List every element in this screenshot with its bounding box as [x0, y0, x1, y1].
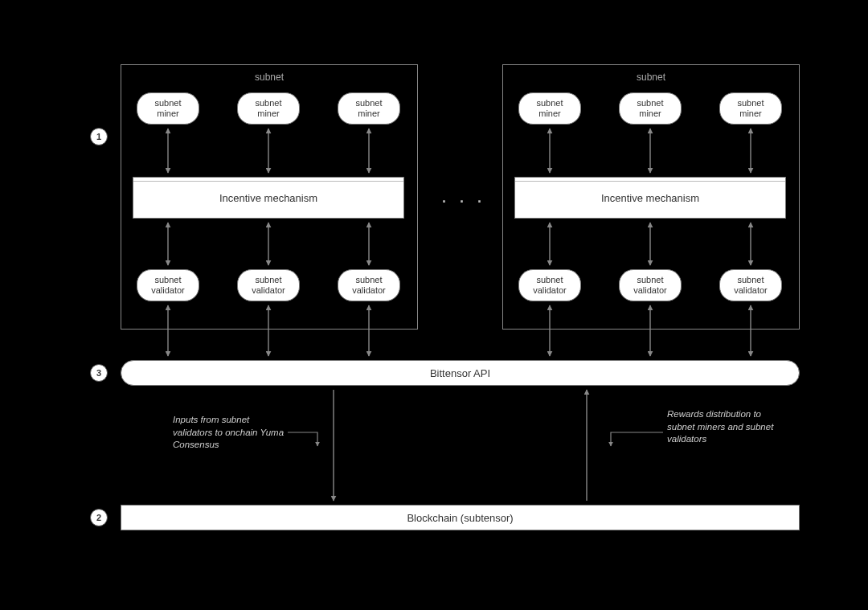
badge-3: 3	[90, 364, 108, 382]
subnet-miner-2a: subnetminer	[518, 92, 581, 125]
badge-1: 1	[90, 128, 108, 145]
flow-label-inputs: Inputs from subnet validators to onchain…	[173, 414, 285, 452]
subnet-validator-2b: subnetvalidator	[619, 269, 682, 301]
diagram-canvas: 1 3 2 subnet subnetminer subnetminer sub…	[0, 0, 868, 610]
subnet-miner-2c: subnetminer	[719, 92, 782, 125]
bittensor-api-bar: Bittensor API	[121, 360, 800, 386]
flow-label-rewards: Rewards distribution to subnet miners an…	[667, 408, 780, 446]
subnet-validator-1a: subnetvalidator	[137, 269, 199, 301]
subnet-validator-1b: subnetvalidator	[237, 269, 300, 301]
subnet-miner-2b: subnetminer	[619, 92, 682, 125]
subnet-validator-2c: subnetvalidator	[719, 269, 782, 301]
badge-2: 2	[90, 509, 108, 526]
subnet-miner-1b: subnetminer	[237, 92, 300, 125]
incentive-mechanism-1: Incentive mechanism	[133, 177, 404, 219]
subnet-miner-1c: subnetminer	[338, 92, 400, 125]
ellipsis: . . .	[442, 190, 486, 207]
blockchain-bar: Blockchain (subtensor)	[121, 505, 800, 530]
incentive-mechanism-2: Incentive mechanism	[514, 177, 786, 219]
subnet-validator-1c: subnetvalidator	[338, 269, 400, 301]
subnet-validator-2a: subnetvalidator	[518, 269, 581, 301]
subnet-title-1: subnet	[121, 72, 417, 83]
subnet-miner-1a: subnetminer	[137, 92, 199, 125]
subnet-title-2: subnet	[503, 72, 799, 83]
